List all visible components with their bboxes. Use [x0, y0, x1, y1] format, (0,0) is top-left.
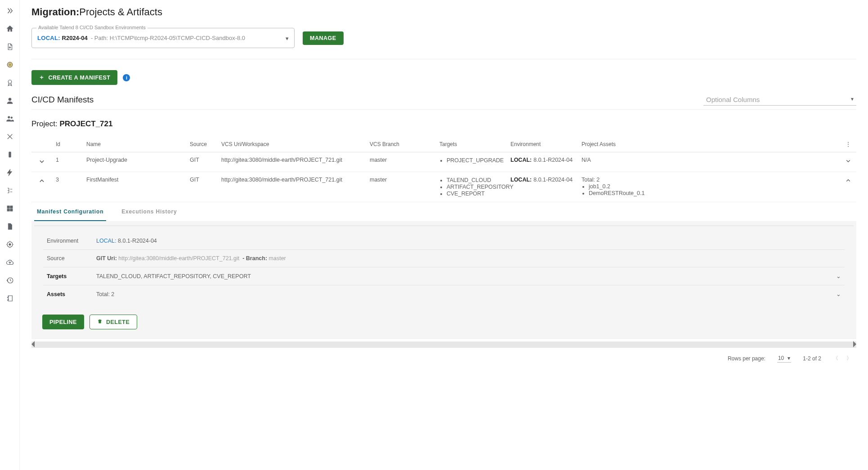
dropdown-arrow-icon: ▾ — [787, 355, 790, 361]
plus-icon: ＋ — [39, 74, 45, 81]
sidebar-migrate[interactable] — [4, 148, 16, 161]
svg-rect-9 — [7, 209, 9, 211]
sidebar-toggle[interactable] — [4, 4, 16, 17]
detail-assets[interactable]: Assets Total: 2 ⌄ — [43, 285, 845, 303]
horizontal-scrollbar[interactable] — [31, 341, 856, 348]
target-item: TALEND_CLOUD — [447, 177, 503, 183]
row-collapse-arrow[interactable] — [840, 172, 856, 202]
chevrons-right-icon — [6, 7, 14, 15]
cell-vcs-branch: master — [366, 172, 436, 202]
grid-icon — [6, 204, 14, 213]
cell-name: Project-Upgrade — [83, 152, 186, 172]
users-icon — [6, 115, 14, 123]
pipeline-button[interactable]: Pipeline — [42, 315, 84, 329]
sidebar-tools[interactable] — [4, 130, 16, 143]
cell-assets: Total: 2 job1_0.2 DemoRESTRoute_0.1 — [578, 172, 840, 202]
environment-selector[interactable]: Available Talend 8 CI/CD Sandbox Environ… — [31, 28, 295, 48]
sidebar-target[interactable] — [4, 238, 16, 251]
svg-point-0 — [7, 62, 13, 67]
bolt-icon — [6, 168, 14, 177]
home-icon — [6, 25, 14, 33]
expand-toggle[interactable] — [31, 152, 52, 172]
sidebar-user[interactable] — [4, 94, 16, 107]
award-icon — [6, 79, 14, 87]
tab-executions-history[interactable]: Executions History — [119, 202, 179, 221]
optional-columns-placeholder: Optional Columns — [706, 96, 760, 103]
sidebar-bolt[interactable] — [4, 166, 16, 179]
svg-rect-10 — [10, 209, 12, 211]
sidebar-users[interactable] — [4, 112, 16, 125]
col-source[interactable]: Source — [186, 137, 218, 152]
sidebar-file[interactable] — [4, 220, 16, 233]
create-manifest-button[interactable]: ＋ Create a Manifest — [31, 70, 117, 85]
cell-environment: LOCAL:8.0.1-R2024-04 — [507, 152, 578, 172]
cell-vcs-uri: http://gitea:3080/middle-earth/PROJECT_7… — [218, 172, 366, 202]
next-page-button[interactable]: 〉 — [846, 355, 852, 362]
cell-vcs-uri: http://gitea:3080/middle-earth/PROJECT_7… — [218, 152, 366, 172]
manifests-table-wrap: Id Name Source VCS Uri/Workspace VCS Bra… — [31, 137, 856, 348]
detail-value: Total: 2 — [96, 291, 836, 297]
manage-button[interactable]: Manage — [303, 31, 344, 45]
environment-value: LOCAL: R2024-04 - Path: H:\TCMP\tcmp-R20… — [37, 35, 245, 41]
sidebar-award[interactable] — [4, 76, 16, 89]
row-expand-arrow[interactable] — [840, 152, 856, 172]
col-actions: ⋮ — [840, 137, 856, 152]
migrate-icon — [6, 151, 14, 159]
sidebar-grid[interactable] — [4, 202, 16, 215]
optional-columns-select[interactable]: Optional Columns ▼ — [703, 94, 856, 106]
sidebar-cloud[interactable] — [4, 256, 16, 269]
pagination: Rows per page: 10 ▾ 1-2 of 2 〈 〉 — [31, 348, 856, 363]
assets-total: Total: 2 — [582, 177, 837, 183]
cell-id: 3 — [52, 172, 83, 202]
detail-label: Environment — [47, 238, 96, 244]
svg-rect-6 — [9, 152, 11, 157]
sidebar-history[interactable] — [4, 274, 16, 287]
prev-page-button[interactable]: 〈 — [833, 355, 838, 362]
create-manifest-row: ＋ Create a Manifest i — [31, 64, 856, 85]
chevron-up-icon — [37, 177, 46, 186]
svg-point-5 — [10, 117, 12, 119]
environment-legend: Available Talend 8 CI/CD Sandbox Environ… — [36, 25, 148, 30]
tab-manifest-config[interactable]: Manifest Configuration — [34, 202, 106, 221]
sidebar-home[interactable] — [4, 22, 16, 35]
page-title-prefix: Migration: — [31, 6, 79, 18]
cell-targets: PROJECT_UPGRADE — [436, 152, 507, 172]
sidebar-coin[interactable] — [4, 58, 16, 71]
col-targets[interactable]: Targets — [436, 137, 507, 152]
expand-toggle[interactable] — [31, 172, 52, 202]
col-vcs-branch[interactable]: VCS Branch — [366, 137, 436, 152]
svg-point-12 — [9, 244, 11, 246]
sidebar-doc-import[interactable] — [4, 40, 16, 53]
target-icon — [6, 240, 14, 248]
col-assets[interactable]: Project Assets — [578, 137, 840, 152]
environment-row: Available Talend 8 CI/CD Sandbox Environ… — [31, 28, 856, 59]
detail-rows: Environment LOCAL: 8.0.1-R2024-04 Source… — [34, 226, 854, 306]
detail-label: Source — [47, 255, 96, 262]
rows-per-page-select[interactable]: 10 ▾ — [777, 354, 791, 363]
col-environment[interactable]: Environment — [507, 137, 578, 152]
env-path-label: - Path: — [91, 35, 108, 41]
clock-icon — [6, 276, 14, 284]
table-row: 3 FirstManifest GIT http://gitea:3080/mi… — [31, 172, 856, 202]
detail-targets[interactable]: Targets TALEND_CLOUD, ARTIFACT_REPOSITOR… — [43, 267, 845, 285]
cell-source: GIT — [186, 152, 218, 172]
col-id[interactable]: Id — [52, 137, 83, 152]
asset-item: job1_0.2 — [589, 183, 837, 190]
detail-label: Assets — [47, 291, 96, 297]
rows-per-page-value: 10 — [778, 355, 784, 361]
cloud-up-icon — [6, 258, 14, 266]
sidebar-checklist[interactable] — [4, 292, 16, 305]
sidebar — [0, 0, 20, 470]
chevron-down-icon — [37, 157, 46, 166]
col-vcs-uri[interactable]: VCS Uri/Workspace — [218, 137, 366, 152]
asset-item: DemoRESTRoute_0.1 — [589, 190, 837, 196]
info-icon[interactable]: i — [123, 74, 130, 81]
svg-point-4 — [8, 116, 10, 119]
sidebar-tree[interactable] — [4, 184, 16, 197]
delete-button[interactable]: Delete — [89, 315, 137, 329]
col-name[interactable]: Name — [83, 137, 186, 152]
cell-source: GIT — [186, 172, 218, 202]
chevron-down-icon: ⌄ — [836, 291, 841, 297]
manifests-heading: CI/CD Manifests — [31, 95, 94, 105]
detail-actions: Pipeline Delete — [31, 306, 856, 338]
